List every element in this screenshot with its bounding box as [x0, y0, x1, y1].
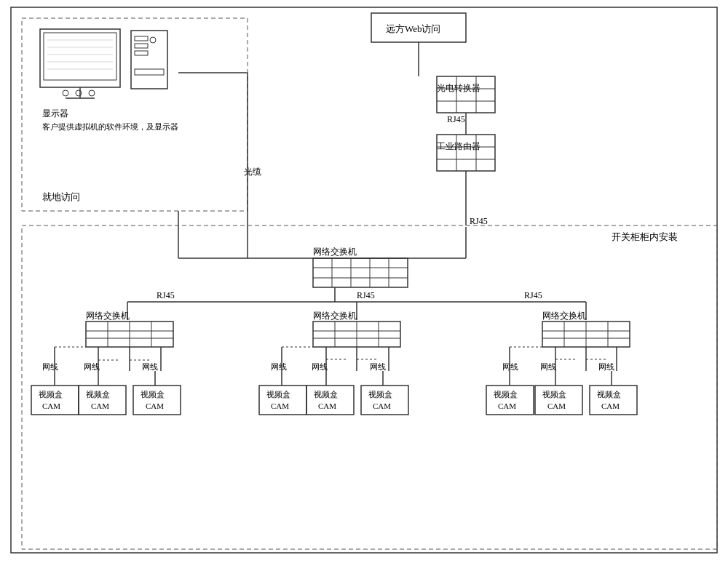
display-label: 显示器 [42, 108, 68, 119]
cable-label-l1: 网线 [42, 362, 58, 371]
local-access-label: 就地访问 [42, 191, 80, 202]
rj45-left-label: RJ45 [157, 290, 175, 300]
cam-r2-label: CAM [547, 402, 566, 410]
svg-rect-15 [135, 36, 148, 41]
display-desc: 客户提供虚拟机的软件环境，及显示器 [42, 122, 178, 131]
svg-rect-41 [313, 258, 408, 287]
vbox-r1-label: 视频盒 [494, 390, 518, 399]
rj45-mid-label: RJ45 [357, 290, 375, 300]
cam-r1-label: CAM [498, 402, 516, 410]
cable-label-r1: 网线 [502, 362, 518, 371]
svg-point-11 [63, 90, 68, 96]
vbox-m1-label: 视频盒 [266, 390, 290, 399]
industrial-router-label: 工业路由器 [437, 141, 480, 151]
vbox-l2-label: 视频盒 [86, 390, 110, 399]
optical-converter-label: 光电转换器 [437, 83, 480, 93]
vbox-l1-label: 视频盒 [39, 390, 63, 399]
rj45-2-label: RJ45 [470, 216, 488, 226]
fiber-label: 光缆 [244, 167, 261, 177]
cam-l1-label: CAM [42, 402, 60, 410]
svg-rect-2 [40, 29, 120, 87]
diagram-container: 显示器 客户提供虚拟机的软件环境，及显示器 就地访问 远方Web访问 光电转换器… [0, 0, 728, 563]
diagram-svg: 显示器 客户提供虚拟机的软件环境，及显示器 就地访问 远方Web访问 光电转换器… [0, 0, 728, 563]
cam-l3-label: CAM [146, 402, 164, 410]
svg-point-12 [76, 90, 82, 96]
cam-m1-label: CAM [271, 402, 289, 410]
svg-rect-14 [131, 31, 167, 89]
remote-web-label: 远方Web访问 [386, 23, 441, 34]
rj45-1-label: RJ45 [447, 114, 465, 124]
svg-rect-22 [437, 76, 495, 113]
cam-m2-label: CAM [318, 402, 336, 410]
vbox-l3-label: 视频盒 [141, 390, 165, 399]
svg-point-13 [89, 90, 95, 96]
svg-rect-19 [135, 69, 164, 75]
cable-label-m3: 网线 [370, 362, 386, 371]
svg-point-18 [150, 37, 156, 43]
switch-mid-label: 网络交换机 [313, 311, 357, 321]
cable-label-r3: 网线 [598, 362, 614, 371]
cam-r3-label: CAM [601, 402, 620, 410]
cam-m3-label: CAM [373, 402, 391, 410]
cable-label-l3: 网线 [142, 362, 158, 371]
svg-rect-17 [135, 51, 148, 55]
svg-rect-28 [437, 135, 495, 171]
rj45-right-label: RJ45 [524, 290, 542, 300]
svg-rect-0 [11, 7, 717, 553]
vbox-m3-label: 视频盒 [368, 390, 392, 399]
cam-l2-label: CAM [91, 402, 109, 410]
vbox-r3-label: 视频盒 [597, 390, 621, 399]
vbox-r2-label: 视频盒 [542, 390, 566, 399]
cable-label-m2: 网线 [312, 362, 328, 371]
cable-label-r2: 网线 [540, 362, 556, 371]
cabinet-label: 开关柜柜内安装 [612, 231, 678, 242]
cable-label-l2: 网线 [84, 362, 100, 371]
vbox-m2-label: 视频盒 [314, 390, 338, 399]
svg-rect-16 [135, 44, 148, 48]
cable-label-m1: 网线 [271, 362, 287, 371]
switch-left-label: 网络交换机 [86, 311, 130, 321]
switch-right-label: 网络交换机 [542, 311, 586, 321]
main-switch-label: 网络交换机 [313, 247, 357, 257]
